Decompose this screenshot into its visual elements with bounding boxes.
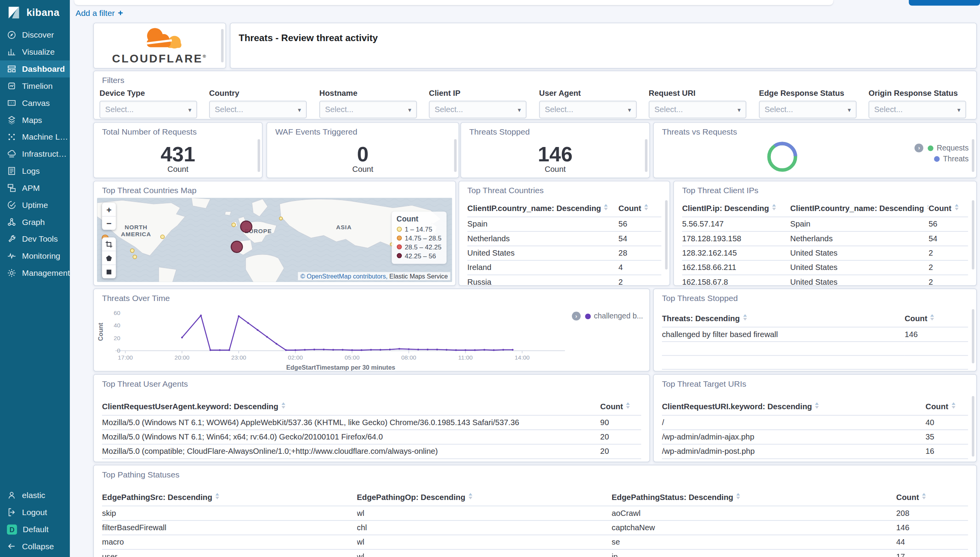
legend-item-requests[interactable]: › Requests bbox=[915, 144, 969, 152]
device-type-select[interactable]: Select...▾ bbox=[99, 101, 197, 118]
bucket-dot bbox=[397, 227, 402, 232]
update-button-fragment[interactable] bbox=[909, 0, 980, 6]
map-dot-russia[interactable] bbox=[279, 217, 282, 220]
map-rectangle-tool-button[interactable] bbox=[102, 265, 116, 278]
sidebar-item-infrastructure[interactable]: Infrastructure bbox=[0, 145, 70, 163]
client-ip-select[interactable]: Select...▾ bbox=[429, 101, 527, 118]
openstreetmap-link[interactable]: © OpenStreetMap contributors, bbox=[300, 273, 388, 280]
svg-text:14:00: 14:00 bbox=[515, 354, 530, 361]
column-header[interactable]: Count bbox=[618, 201, 661, 217]
sidebar-item-timelion[interactable]: Timelion bbox=[0, 78, 70, 95]
table-row: Mozilla/5.0 (Windows NT 6.1; Win64; x64;… bbox=[102, 430, 641, 444]
table-cell: skip bbox=[102, 506, 357, 520]
sidebar-item-logs[interactable]: Logs bbox=[0, 163, 70, 180]
sidebar-item-uptime[interactable]: Uptime bbox=[0, 196, 70, 213]
kibana-logo[interactable]: kibana bbox=[0, 0, 70, 26]
filter-hostname: Hostname Select...▾ bbox=[319, 89, 417, 118]
hostname-select[interactable]: Select...▾ bbox=[319, 101, 417, 118]
sidebar-item-canvas[interactable]: Canvas bbox=[0, 95, 70, 112]
table-cell: 5.56.57.147 bbox=[682, 217, 790, 231]
sidebar-item-apm[interactable]: APM bbox=[0, 180, 70, 197]
sidebar-item-discover[interactable]: Discover bbox=[0, 26, 70, 43]
column-header[interactable]: Count bbox=[929, 201, 968, 217]
legend-item-challenged[interactable]: › challenged b... bbox=[572, 312, 643, 321]
scrollbar[interactable] bbox=[258, 139, 260, 172]
sidebar-item-machine-learning[interactable]: Machine Le... bbox=[0, 128, 70, 145]
threats-vs-requests-donut[interactable] bbox=[765, 139, 800, 175]
map-dot-us-south-2[interactable] bbox=[133, 255, 137, 259]
column-header[interactable]: EdgePathingSrc: Descending bbox=[102, 491, 357, 506]
map-zoom-out-button[interactable]: − bbox=[102, 216, 116, 230]
user-agent-select[interactable]: Select...▾ bbox=[539, 101, 637, 118]
map-dot-us-northeast[interactable] bbox=[161, 235, 164, 239]
column-header[interactable]: Count bbox=[926, 400, 968, 415]
scrollbar[interactable] bbox=[972, 139, 974, 172]
sidebar-item-maps[interactable]: Maps bbox=[0, 111, 70, 128]
query-bar-fragment[interactable] bbox=[74, 0, 833, 5]
table-cell: United States bbox=[790, 246, 929, 260]
sidebar-item-label: Infrastructure bbox=[22, 149, 70, 159]
map-zoom-in-button[interactable]: + bbox=[102, 203, 116, 217]
column-header[interactable]: ClientIP.country_name: Descending bbox=[790, 201, 929, 217]
add-filter-button[interactable]: Add a filter + bbox=[76, 7, 123, 17]
sidebar-item-user-elastic[interactable]: elastic bbox=[0, 487, 70, 504]
sidebar-item-collapse[interactable]: Collapse bbox=[0, 538, 70, 555]
threats-over-time-chart[interactable]: 17:0020:0023:0002:0005:0008:0011:0014:00… bbox=[96, 303, 572, 372]
table-cell: se bbox=[612, 535, 897, 549]
table-cell: 17 bbox=[896, 549, 968, 557]
scrollbar[interactable] bbox=[454, 139, 456, 172]
column-header[interactable]: Count bbox=[905, 312, 968, 327]
scrollbar[interactable] bbox=[665, 200, 667, 270]
map-polygon-tool-button[interactable] bbox=[102, 251, 116, 265]
svg-text:23:00: 23:00 bbox=[231, 354, 246, 361]
sidebar-item-default-space[interactable]: D Default bbox=[0, 521, 70, 538]
request-uri-select[interactable]: Select...▾ bbox=[649, 101, 746, 118]
map-dot-netherlands[interactable] bbox=[241, 221, 252, 232]
sort-icon bbox=[951, 402, 955, 408]
panel-title: Top Threat Countries Map bbox=[102, 186, 197, 195]
table-cell bbox=[662, 355, 904, 369]
sidebar-item-visualize[interactable]: Visualize bbox=[0, 43, 70, 61]
sidebar-item-monitoring[interactable]: Monitoring bbox=[0, 247, 70, 265]
column-header[interactable]: EdgePathingOp: Descending bbox=[357, 491, 612, 506]
column-header[interactable]: ClientIP.ip: Descending bbox=[682, 201, 790, 217]
world-map[interactable]: NORTH AMERICA EUROPE ASIA bbox=[97, 198, 452, 282]
scrollbar[interactable] bbox=[645, 139, 647, 172]
map-crop-tool-button[interactable] bbox=[102, 237, 116, 251]
map-dot-us-south-1[interactable] bbox=[130, 249, 134, 253]
column-header[interactable]: Threats: Descending bbox=[662, 312, 904, 327]
sidebar-item-management[interactable]: Management bbox=[0, 265, 70, 282]
scrollbar[interactable] bbox=[972, 200, 974, 270]
chevron-down-icon: ▾ bbox=[628, 106, 631, 113]
column-header[interactable]: ClientRequestUserAgent.keyword: Descendi… bbox=[102, 400, 600, 415]
map-dot-ireland[interactable] bbox=[232, 223, 235, 227]
filter-label: Client IP bbox=[429, 89, 527, 98]
map-label-north-america-2: AMERICA bbox=[121, 231, 151, 237]
scrollbar[interactable] bbox=[972, 309, 974, 363]
svg-text:02:00: 02:00 bbox=[288, 354, 303, 361]
edge-response-status-select[interactable]: Select...▾ bbox=[759, 101, 857, 118]
scrollbar[interactable] bbox=[972, 396, 974, 457]
origin-response-status-select[interactable]: Select...▾ bbox=[869, 101, 966, 118]
metric-unit: Count bbox=[461, 165, 649, 174]
column-header[interactable]: ClientIP.country_name: Descending bbox=[467, 201, 619, 217]
legend-toggle-icon[interactable]: › bbox=[572, 312, 581, 321]
legend-item-threats[interactable]: Threats bbox=[934, 154, 969, 163]
map-dot-spain[interactable] bbox=[231, 241, 242, 253]
sidebar-item-dev-tools[interactable]: Dev Tools bbox=[0, 230, 70, 247]
sidebar-item-graph[interactable]: Graph bbox=[0, 213, 70, 230]
timelion-icon bbox=[7, 81, 16, 90]
table-cell bbox=[662, 342, 904, 356]
legend-toggle-icon[interactable]: › bbox=[915, 144, 924, 152]
table-row: /wp-admin/admin-ajax.php35 bbox=[662, 430, 968, 444]
sidebar-item-logout[interactable]: Logout bbox=[0, 504, 70, 521]
legend-label: Requests bbox=[937, 144, 968, 152]
scrollbar[interactable] bbox=[221, 29, 223, 62]
column-header[interactable]: Count bbox=[600, 400, 641, 415]
column-header[interactable]: ClientRequestURI.keyword: Descending bbox=[662, 400, 925, 415]
country-select[interactable]: Select...▾ bbox=[209, 101, 307, 118]
sidebar-item-label: Maps bbox=[22, 115, 42, 125]
column-header[interactable]: Count bbox=[896, 491, 968, 506]
column-header[interactable]: EdgePathingStatus: Descending bbox=[612, 491, 897, 506]
sidebar-item-dashboard[interactable]: Dashboard bbox=[0, 61, 70, 78]
